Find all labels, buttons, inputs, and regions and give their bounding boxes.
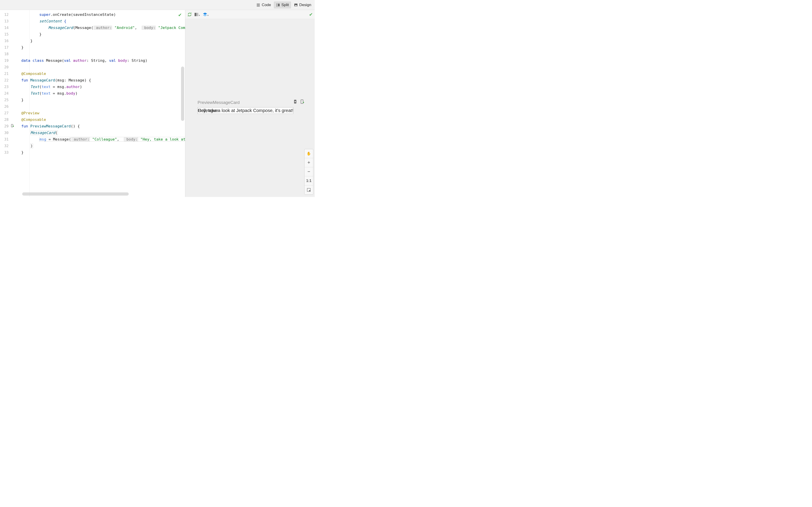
surface-icon bbox=[194, 12, 199, 17]
view-split-button[interactable]: Split bbox=[274, 2, 291, 8]
line-number: 14 bbox=[0, 24, 9, 31]
editor-body: 1213141516171819202122232425262728293031… bbox=[0, 10, 185, 197]
line-number: 23 bbox=[0, 83, 9, 90]
preview-text-body-start: Hey, take a bbox=[198, 108, 220, 113]
svg-rect-0 bbox=[278, 4, 280, 6]
line-number: 30 bbox=[0, 129, 9, 136]
split-icon bbox=[276, 3, 280, 7]
view-design-button[interactable]: Design bbox=[292, 2, 313, 8]
svg-rect-14 bbox=[309, 190, 310, 191]
chevron-down-icon: ▼ bbox=[198, 14, 200, 16]
svg-point-10 bbox=[295, 101, 296, 102]
editor-vertical-scrollbar[interactable] bbox=[181, 66, 184, 121]
zoom-out-button[interactable]: − bbox=[305, 167, 313, 176]
zoom-reset-button[interactable]: 1:1 bbox=[305, 176, 313, 185]
preview-toolbar: ▼ ▼ ✔ bbox=[185, 10, 315, 19]
svg-marker-12 bbox=[303, 102, 304, 103]
fit-icon bbox=[307, 188, 311, 192]
line-gutter: 1213141516171819202122232425262728293031… bbox=[0, 10, 16, 197]
line-number: 13 bbox=[0, 18, 9, 24]
layers-picker[interactable]: ▼ bbox=[203, 12, 209, 17]
surface-picker[interactable]: ▼ bbox=[194, 12, 201, 17]
preview-composable-name: PreviewMessageCard bbox=[198, 100, 240, 105]
line-number: 28 bbox=[0, 116, 9, 123]
code-area[interactable]: super.onCreate(savedInstanceState) setCo… bbox=[16, 10, 185, 197]
run-gutter-icon[interactable] bbox=[9, 123, 14, 127]
preview-pane: ▼ ▼ ✔ PreviewMessageCard Colleague Hey, … bbox=[185, 10, 315, 197]
line-number: 31 bbox=[0, 136, 9, 143]
preview-render-box: Colleague Hey, take a look at Jetpack Co… bbox=[198, 107, 293, 114]
line-number: 29 bbox=[0, 123, 9, 129]
svg-rect-11 bbox=[301, 100, 303, 104]
line-number: 32 bbox=[0, 143, 9, 149]
view-code-button[interactable]: Code bbox=[254, 2, 273, 8]
line-number: 22 bbox=[0, 77, 9, 83]
svg-marker-8 bbox=[203, 14, 207, 16]
editor-horizontal-scrollbar[interactable] bbox=[22, 192, 129, 195]
line-number: 19 bbox=[0, 57, 9, 64]
layers-icon bbox=[203, 12, 208, 17]
preview-text-body-rest: look at Jetpack Compose, it's great! bbox=[220, 108, 293, 113]
zoom-panel: ✋ + − 1:1 bbox=[304, 149, 313, 194]
line-number: 21 bbox=[0, 70, 9, 77]
editor-pane: ✔ 12131415161718192021222324252627282930… bbox=[0, 10, 185, 197]
chevron-down-icon: ▼ bbox=[207, 14, 209, 16]
pan-button[interactable]: ✋ bbox=[305, 149, 313, 158]
line-number: 17 bbox=[0, 44, 9, 51]
view-code-label: Code bbox=[262, 3, 271, 7]
preview-ok-icon[interactable]: ✔ bbox=[309, 12, 313, 17]
line-number: 33 bbox=[0, 149, 9, 156]
line-number: 25 bbox=[0, 97, 9, 103]
line-number: 15 bbox=[0, 31, 9, 38]
svg-rect-6 bbox=[197, 13, 198, 16]
line-number: 27 bbox=[0, 110, 9, 116]
line-number: 12 bbox=[0, 11, 9, 18]
view-mode-toolbar: Code Split Design bbox=[0, 0, 315, 10]
svg-marker-4 bbox=[13, 126, 14, 127]
svg-rect-3 bbox=[11, 124, 13, 127]
line-number: 20 bbox=[0, 64, 9, 70]
lines-icon bbox=[256, 3, 260, 7]
deploy-preview-icon[interactable] bbox=[300, 99, 304, 104]
zoom-fit-button[interactable] bbox=[305, 185, 313, 194]
preview-canvas[interactable]: PreviewMessageCard Colleague Hey, take a… bbox=[185, 19, 315, 197]
main-split: ✔ 12131415161718192021222324252627282930… bbox=[0, 10, 315, 197]
refresh-icon[interactable] bbox=[187, 12, 192, 17]
view-split-label: Split bbox=[282, 3, 289, 7]
line-number: 26 bbox=[0, 103, 9, 110]
svg-rect-5 bbox=[195, 13, 196, 16]
interactive-preview-icon[interactable] bbox=[293, 99, 298, 104]
line-number: 18 bbox=[0, 51, 9, 57]
line-number: 24 bbox=[0, 90, 9, 97]
view-design-label: Design bbox=[299, 3, 311, 7]
line-number: 16 bbox=[0, 38, 9, 44]
picture-icon bbox=[294, 3, 298, 7]
zoom-in-button[interactable]: + bbox=[305, 158, 313, 167]
